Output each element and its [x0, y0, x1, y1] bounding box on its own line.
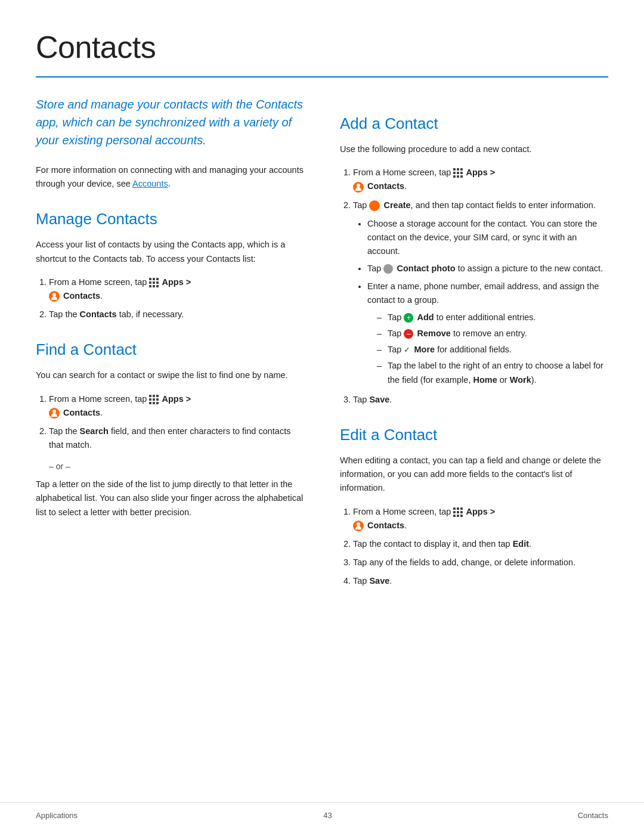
title-divider — [36, 76, 608, 78]
manage-step-2: Tap the Contacts tab, if necessary. — [49, 308, 304, 321]
footer-left: Applications — [36, 810, 78, 822]
sub-bullet-more: Tap ✓ More for additional fields. — [377, 343, 608, 357]
find-or-text: Tap a letter on the side of the list to … — [36, 478, 304, 519]
add-step-3: Tap Save. — [353, 393, 608, 407]
remove-icon: – — [404, 329, 413, 339]
find-step-1: From a Home screen, tap Apps > Contacts. — [49, 392, 304, 420]
right-column: Add a Contact Use the following procedur… — [340, 95, 608, 597]
page-footer: Applications 43 Contacts — [0, 802, 644, 822]
edit-step-2: Tap the contact to display it, and then … — [353, 537, 608, 551]
sub-bullet-list: Tap + Add to enter additional entries. T… — [367, 311, 608, 387]
manage-step-1: From a Home screen, tap Apps > Contacts. — [49, 275, 304, 303]
two-column-layout: Store and manage your contacts with the … — [36, 95, 608, 597]
left-column: Store and manage your contacts with the … — [36, 95, 304, 597]
contacts-icon-4 — [353, 521, 364, 531]
apps-icon-2 — [149, 395, 159, 404]
add-contact-heading: Add a Contact — [340, 112, 608, 135]
find-contact-description: You can search for a contact or swipe th… — [36, 368, 304, 382]
or-divider: – or – — [49, 460, 304, 473]
body-intro: For more information on connecting with … — [36, 163, 304, 191]
find-contact-steps: From a Home screen, tap Apps > Contacts.… — [36, 392, 304, 453]
find-contact-heading: Find a Contact — [36, 338, 304, 361]
edit-step-1: From a Home screen, tap Apps > Contacts. — [353, 505, 608, 532]
add-contact-bullets: Choose a storage account for the contact… — [353, 217, 608, 387]
page-container: Contacts Store and manage your contacts … — [0, 0, 644, 633]
footer-right: Contacts — [578, 810, 608, 822]
accounts-link[interactable]: Accounts — [132, 179, 168, 188]
add-icon: + — [404, 313, 413, 323]
contacts-icon-2 — [49, 408, 60, 419]
more-icon: ✓ — [404, 344, 410, 357]
sub-bullet-remove: Tap – Remove to remove an entry. — [377, 327, 608, 340]
manage-contacts-description: Access your list of contacts by using th… — [36, 238, 304, 265]
bullet-photo: Tap Contact photo to assign a picture to… — [367, 262, 608, 275]
add-contact-steps: From a Home screen, tap Apps > Contacts.… — [340, 166, 608, 407]
edit-step-3: Tap any of the fields to add, change, or… — [353, 556, 608, 569]
photo-icon — [383, 264, 393, 274]
contacts-icon — [49, 291, 60, 302]
contacts-icon-3 — [353, 182, 364, 193]
apps-icon-3 — [453, 168, 463, 178]
sub-bullet-add: Tap + Add to enter additional entries. — [377, 311, 608, 324]
edit-contact-steps: From a Home screen, tap Apps > Contacts.… — [340, 505, 608, 589]
manage-contacts-steps: From a Home screen, tap Apps > Contacts.… — [36, 275, 304, 322]
sub-bullet-label: Tap the label to the right of an entry t… — [377, 359, 608, 386]
add-step-1: From a Home screen, tap Apps > Contacts. — [353, 166, 608, 193]
apps-icon — [149, 278, 159, 287]
edit-contact-description: When editing a contact, you can tap a fi… — [340, 454, 608, 496]
page-title: Contacts — [36, 24, 608, 70]
manage-contacts-heading: Manage Contacts — [36, 208, 304, 231]
add-contact-description: Use the following procedure to add a new… — [340, 143, 608, 156]
footer-center: 43 — [323, 810, 332, 822]
edit-contact-heading: Edit a Contact — [340, 423, 608, 447]
find-step-2: Tap the Search field, and then enter cha… — [49, 425, 304, 452]
add-step-2: Tap Create, and then tap contact fields … — [353, 199, 608, 387]
apps-icon-4 — [453, 507, 463, 517]
bullet-name: Enter a name, phone number, email addres… — [367, 280, 608, 387]
intro-text: Store and manage your contacts with the … — [36, 95, 304, 149]
create-icon — [369, 200, 380, 211]
edit-step-4: Tap Save. — [353, 574, 608, 588]
bullet-storage: Choose a storage account for the contact… — [367, 217, 608, 259]
